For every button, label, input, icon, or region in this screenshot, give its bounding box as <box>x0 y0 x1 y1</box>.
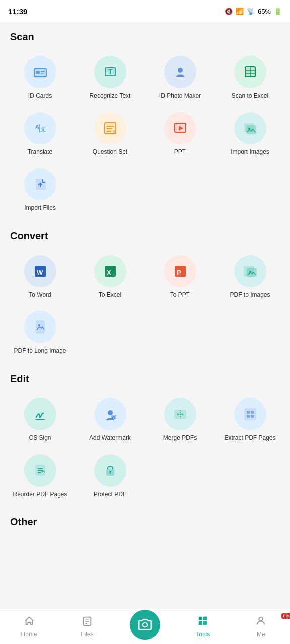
svg-text:P: P <box>177 269 181 276</box>
svg-rect-50 <box>251 415 254 418</box>
svg-rect-46 <box>245 409 256 420</box>
to-excel-label: To Excel <box>99 291 121 299</box>
protect-pdf-label: Protect PDF <box>94 491 126 499</box>
scan-title: Scan <box>0 22 290 47</box>
mute-icon: 🔇 <box>225 8 233 15</box>
edu-badge: EDU <box>281 613 290 619</box>
svg-rect-2 <box>36 71 40 74</box>
id-photo-maker-icon <box>164 56 196 88</box>
svg-point-39 <box>38 324 40 326</box>
svg-rect-63 <box>199 617 202 620</box>
ppt-label: PPT <box>174 148 186 156</box>
merge-pdfs-label: Merge PDFs <box>163 434 197 442</box>
status-time: 11:39 <box>8 7 27 16</box>
recognize-text-label: Recognize Text <box>90 92 131 100</box>
nav-me[interactable]: EDU Me <box>232 615 290 638</box>
camera-button[interactable] <box>130 610 160 640</box>
to-ppt-icon: P <box>164 255 196 287</box>
svg-rect-47 <box>247 411 250 414</box>
merge-pdfs-icon <box>164 398 196 430</box>
add-watermark-label: Add Watermark <box>89 434 131 442</box>
svg-text:T: T <box>108 68 112 76</box>
pdf-to-long-image-icon <box>24 311 56 343</box>
svg-text:A: A <box>35 124 39 130</box>
to-ppt-label: To PPT <box>170 291 190 299</box>
extract-pdf-pages-item[interactable]: Extract PDF Pages <box>216 393 284 447</box>
signal-icon: 📡 <box>247 8 255 15</box>
svg-rect-48 <box>251 411 254 414</box>
reorder-pdf-pages-item[interactable]: Reorder PDF Pages <box>6 449 74 504</box>
svg-point-41 <box>108 410 113 415</box>
reorder-pdf-pages-icon <box>24 454 56 487</box>
svg-rect-58 <box>83 617 91 626</box>
pdf-to-images-icon <box>234 255 266 287</box>
add-watermark-item[interactable]: W Add Watermark <box>76 393 144 447</box>
other-title: Other <box>0 507 290 532</box>
question-set-label: Question Set <box>93 148 127 156</box>
scan-to-excel-label: Scan to Excel <box>232 92 268 100</box>
tools-icon <box>197 615 208 629</box>
status-right: 🔇 📶 📡 65% 🔋 <box>225 8 282 15</box>
extract-pdf-pages-label: Extract PDF Pages <box>224 434 275 442</box>
import-files-icon <box>24 168 56 200</box>
wifi-icon: 📶 <box>236 8 244 15</box>
convert-section: Convert W To Word X <box>0 221 290 364</box>
battery-text: 65% <box>258 8 271 15</box>
to-excel-item[interactable]: X To Excel <box>76 250 144 304</box>
nav-tools[interactable]: Tools <box>174 615 232 638</box>
to-ppt-item[interactable]: P To PPT <box>146 250 214 304</box>
import-files-label: Import Files <box>24 204 56 212</box>
svg-text:文: 文 <box>40 126 46 132</box>
svg-text:X: X <box>107 269 111 276</box>
edit-grid: CS Sign W Add Watermark <box>0 389 290 507</box>
to-excel-icon: X <box>94 255 126 287</box>
cs-sign-label: CS Sign <box>29 434 51 442</box>
extract-pdf-pages-icon <box>234 398 266 430</box>
pdf-to-images-label: PDF to Images <box>230 291 270 299</box>
scan-to-excel-icon <box>234 56 266 88</box>
id-cards-item[interactable]: ID Cards <box>6 51 74 105</box>
nav-home[interactable]: Home <box>0 615 58 638</box>
recognize-text-icon: T <box>94 56 126 88</box>
question-set-item[interactable]: Question Set <box>76 107 144 162</box>
add-watermark-icon: W <box>94 398 126 430</box>
svg-rect-36 <box>247 268 256 276</box>
translate-icon: A 文 <box>24 112 56 144</box>
status-bar: 11:39 🔇 📶 📡 65% 🔋 <box>0 0 290 22</box>
svg-point-56 <box>109 471 111 473</box>
translate-item[interactable]: A 文 Translate <box>6 107 74 162</box>
pdf-to-long-image-item[interactable]: PDF to Long Image <box>6 306 74 360</box>
import-images-item[interactable]: Import Images <box>216 107 284 162</box>
to-word-item[interactable]: W To Word <box>6 250 74 304</box>
bottom-nav: Home Files <box>0 609 290 644</box>
me-icon: EDU <box>255 615 266 629</box>
to-word-label: To Word <box>29 291 51 299</box>
svg-rect-65 <box>199 621 202 625</box>
protect-pdf-icon <box>94 454 126 487</box>
pdf-to-images-item[interactable]: PDF to Images <box>216 250 284 304</box>
id-photo-maker-item[interactable]: ID Photo Maker <box>146 51 214 105</box>
nav-me-label: Me <box>257 631 265 638</box>
svg-text:W: W <box>112 416 115 419</box>
edit-title: Edit <box>0 364 290 389</box>
ppt-icon <box>164 112 196 144</box>
protect-pdf-item[interactable]: Protect PDF <box>76 449 144 504</box>
recognize-text-item[interactable]: T Recognize Text <box>76 51 144 105</box>
import-files-item[interactable]: Import Files <box>6 163 74 217</box>
cs-sign-item[interactable]: CS Sign <box>6 393 74 447</box>
merge-pdfs-item[interactable]: Merge PDFs <box>146 393 214 447</box>
reorder-pdf-pages-label: Reorder PDF Pages <box>13 491 67 499</box>
scan-to-excel-item[interactable]: Scan to Excel <box>216 51 284 105</box>
svg-point-62 <box>143 622 147 626</box>
id-cards-label: ID Cards <box>28 92 52 100</box>
svg-point-8 <box>178 68 183 73</box>
nav-home-label: Home <box>21 631 37 638</box>
nav-tools-label: Tools <box>196 631 210 638</box>
nav-files-label: Files <box>81 631 93 638</box>
battery-icon: 🔋 <box>274 8 282 15</box>
to-word-icon: W <box>24 255 56 287</box>
svg-rect-66 <box>203 621 207 625</box>
ppt-item[interactable]: PPT <box>146 107 214 162</box>
id-cards-icon <box>24 56 56 88</box>
nav-files[interactable]: Files <box>58 615 116 638</box>
